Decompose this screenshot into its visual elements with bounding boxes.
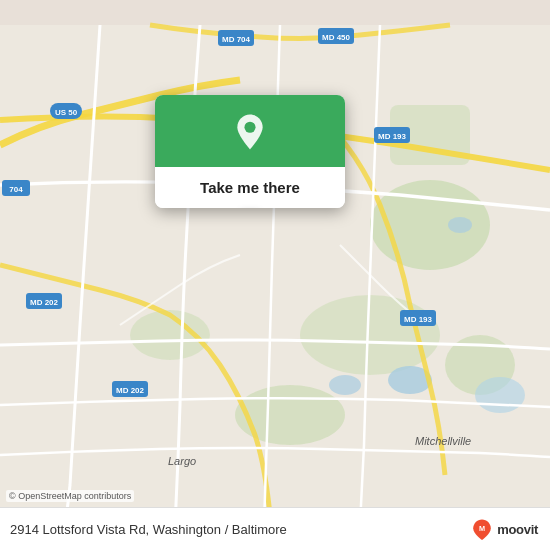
svg-text:Largo: Largo xyxy=(168,455,196,467)
svg-text:MD 193: MD 193 xyxy=(378,132,407,141)
svg-text:MD 202: MD 202 xyxy=(116,386,145,395)
svg-text:MD 193: MD 193 xyxy=(404,315,433,324)
address-text: 2914 Lottsford Vista Rd, Washington / Ba… xyxy=(10,522,287,537)
svg-point-29 xyxy=(244,122,255,133)
popup-green-area xyxy=(155,95,345,167)
svg-text:M: M xyxy=(479,524,485,533)
moovit-logo: M moovit xyxy=(471,518,538,540)
svg-text:MD 450: MD 450 xyxy=(322,33,351,42)
svg-text:MD 202: MD 202 xyxy=(30,298,59,307)
moovit-wordmark: moovit xyxy=(497,522,538,537)
popup-card: Take me there xyxy=(155,95,345,208)
svg-text:Mitchellville: Mitchellville xyxy=(415,435,471,447)
bottom-bar: 2914 Lottsford Vista Rd, Washington / Ba… xyxy=(0,507,550,550)
svg-text:704: 704 xyxy=(9,185,23,194)
location-pin-icon xyxy=(231,113,269,151)
svg-text:US 50: US 50 xyxy=(55,108,78,117)
osm-attribution: © OpenStreetMap contributors xyxy=(6,490,134,502)
svg-point-3 xyxy=(235,385,345,445)
svg-point-8 xyxy=(329,375,361,395)
svg-point-10 xyxy=(475,377,525,413)
svg-point-9 xyxy=(448,217,472,233)
svg-text:MD 704: MD 704 xyxy=(222,35,251,44)
map-background: MD 704 MD 450 US 50 MD 193 MD 193 MD 202… xyxy=(0,0,550,550)
map-container: MD 704 MD 450 US 50 MD 193 MD 193 MD 202… xyxy=(0,0,550,550)
take-me-there-button[interactable]: Take me there xyxy=(155,167,345,208)
moovit-icon: M xyxy=(471,518,493,540)
